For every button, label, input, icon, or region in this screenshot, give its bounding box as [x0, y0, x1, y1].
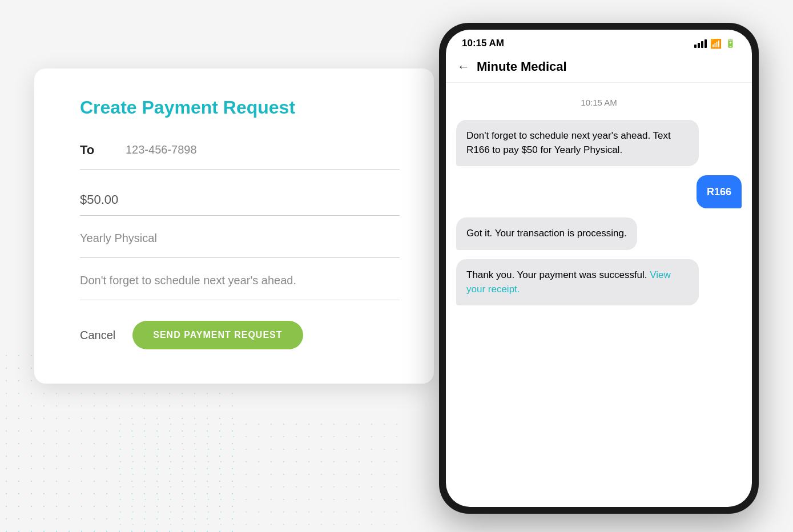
message-4: Thank you. Your payment was successful. …	[456, 259, 699, 305]
phone-screen: 10:15 AM 📶 🔋 ←	[446, 30, 752, 507]
send-payment-button[interactable]: SEND PAYMENT REQUEST	[132, 321, 303, 349]
message-3-text: Got it. Your transaction is processing.	[466, 228, 627, 239]
scene: Create Payment Request To Cancel SEND PA…	[0, 0, 793, 532]
message-1: Don't forget to schedule next year's ahe…	[456, 120, 699, 166]
phone-mockup: 10:15 AM 📶 🔋 ←	[439, 23, 759, 514]
cancel-button[interactable]: Cancel	[80, 329, 115, 342]
note-row	[80, 263, 400, 300]
status-icons: 📶 🔋	[694, 38, 736, 49]
message-2-text: R166	[707, 186, 731, 198]
to-label: To	[80, 143, 114, 158]
phone-input[interactable]	[126, 139, 400, 161]
chat-header: ← Minute Medical	[446, 54, 752, 83]
form-title: Create Payment Request	[80, 97, 400, 118]
back-arrow-icon[interactable]: ←	[457, 59, 470, 74]
message-4-text: Thank you. Your payment was successful.	[466, 269, 650, 280]
amount-row	[80, 186, 400, 216]
wifi-icon: 📶	[710, 38, 722, 49]
chat-timestamp: 10:15 AM	[456, 98, 742, 107]
message-1-text: Don't forget to schedule next year's ahe…	[466, 130, 671, 155]
message-3: Got it. Your transaction is processing.	[456, 217, 637, 250]
to-row: To	[80, 139, 400, 170]
chat-body: 10:15 AM Don't forget to schedule next y…	[446, 83, 752, 507]
memo-row	[80, 220, 400, 258]
status-time: 10:15 AM	[462, 38, 504, 49]
action-row: Cancel SEND PAYMENT REQUEST	[80, 321, 400, 349]
battery-icon: 🔋	[725, 38, 736, 49]
amount-input[interactable]	[80, 192, 400, 207]
payment-form-card: Create Payment Request To Cancel SEND PA…	[34, 68, 434, 384]
dots-decoration-bottom-right	[114, 418, 400, 532]
note-input[interactable]	[80, 269, 400, 292]
message-2: R166	[697, 175, 742, 208]
chat-title: Minute Medical	[477, 59, 567, 74]
signal-icon	[694, 39, 707, 48]
status-bar: 10:15 AM 📶 🔋	[446, 30, 752, 54]
memo-input[interactable]	[80, 227, 400, 249]
